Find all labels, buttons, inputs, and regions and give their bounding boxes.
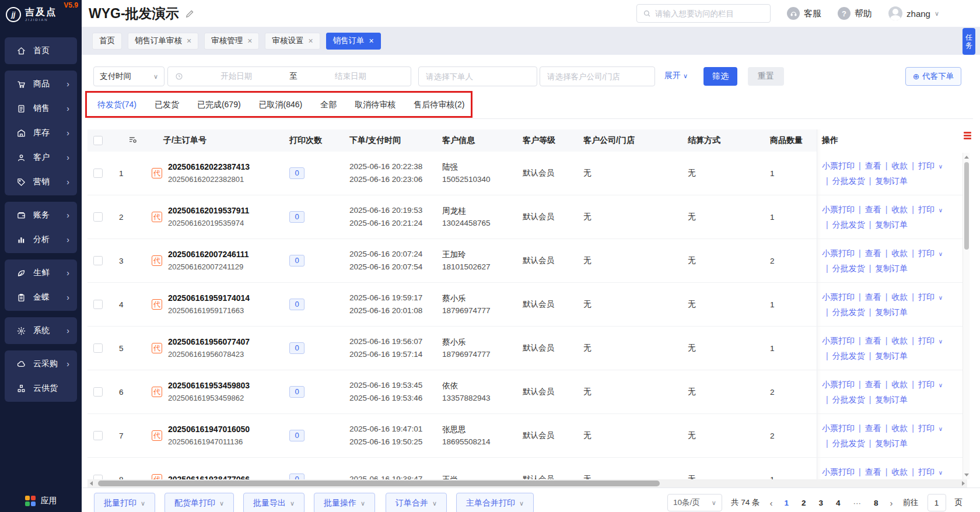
action-打印[interactable]: 打印 ∨ [918,202,943,218]
action-收款[interactable]: 收款 [891,334,908,348]
vertical-scroll-thumb[interactable] [964,162,969,250]
action-打印[interactable]: 打印 ∨ [918,465,943,480]
date-range-picker[interactable]: 开始日期 至 结束日期 [167,66,411,86]
action-查看[interactable]: 查看 [865,202,881,217]
print-count[interactable]: 0 [289,299,304,310]
status-tab-cancel-pending-audit[interactable]: 取消待审核 [354,100,397,118]
page-number-8[interactable]: 8 [872,499,880,507]
print-count[interactable]: 0 [289,342,304,354]
action-分批发货[interactable]: 分批发货 [832,436,865,451]
action-小票打印[interactable]: 小票打印 [822,465,855,479]
scroll-right-arrow[interactable] [962,481,965,486]
row-checkbox[interactable] [93,387,103,397]
apps-entry[interactable]: 应用 [0,496,82,506]
row-checkbox[interactable] [93,300,103,309]
action-分批发货[interactable]: 分批发货 [832,261,865,276]
user-menu[interactable]: zhang ∨ [888,6,939,20]
print-count[interactable]: 0 [289,430,304,441]
page-size-select[interactable]: 10条/页 ∨ [667,494,722,511]
action-打印[interactable]: 打印 ∨ [918,246,943,261]
time-type-select[interactable]: 支付时间 ∨ [93,66,164,86]
print-count[interactable]: 0 [289,255,304,266]
close-icon[interactable]: × [308,36,313,45]
next-page-arrow[interactable]: › [889,498,894,508]
row-checkbox[interactable] [93,431,103,440]
action-收款[interactable]: 收款 [891,202,908,217]
page-number-4[interactable]: 4 [834,499,842,507]
batch-export-button[interactable]: 批量导出∨ [243,493,304,512]
reset-button[interactable]: 重置 [748,67,784,86]
action-收款[interactable]: 收款 [891,377,908,392]
action-查看[interactable]: 查看 [865,465,881,479]
row-checkbox[interactable] [93,343,103,353]
print-count[interactable]: 0 [289,211,304,223]
help-button[interactable]: ? 帮助 [838,7,872,20]
action-收款[interactable]: 收款 [891,290,908,304]
sidebar-item-sales[interactable]: 销售› [5,96,77,121]
row-checkbox[interactable] [93,256,103,265]
select-all-checkbox[interactable] [93,136,103,145]
batch-operation-button[interactable]: 批量操作∨ [314,493,375,512]
vertical-scrollbar[interactable] [963,153,970,479]
scroll-up-arrow[interactable] [964,156,969,159]
action-复制订单[interactable]: 复制订单 [875,349,908,363]
action-打印[interactable]: 打印 ∨ [918,290,943,305]
action-小票打印[interactable]: 小票打印 [822,377,855,392]
row-checkbox[interactable] [93,212,103,222]
sidebar-item-marketing[interactable]: 营销› [5,170,77,194]
action-复制订单[interactable]: 复制订单 [875,261,908,276]
action-打印[interactable]: 打印 ∨ [918,159,943,174]
sidebar-item-customer[interactable]: 客户› [5,145,77,170]
scroll-down-arrow[interactable] [964,474,969,476]
search-input[interactable] [655,9,764,18]
batch-print-button[interactable]: 批量打印∨ [94,493,155,512]
task-side-tag[interactable]: 任务 [963,28,975,55]
action-收款[interactable]: 收款 [891,246,908,261]
action-查看[interactable]: 查看 [865,246,881,261]
action-分批发货[interactable]: 分批发货 [832,392,865,407]
order-merge-button[interactable]: 订单合并∨ [386,493,447,512]
action-分批发货[interactable]: 分批发货 [832,349,865,363]
close-icon[interactable]: × [247,36,252,45]
action-复制订单[interactable]: 复制订单 [875,305,908,320]
sidebar-item-inventory[interactable]: 库存› [5,121,77,145]
action-查看[interactable]: 查看 [865,290,881,304]
sidebar-item-cloud-purchase[interactable]: 云采购› [5,352,77,376]
prev-page-arrow[interactable]: ‹ [768,498,774,508]
close-icon[interactable]: × [187,36,191,45]
sidebar-item-finance[interactable]: 账务› [5,203,77,227]
sidebar-item-home[interactable]: 首页 [5,38,77,63]
goto-page-input[interactable] [928,494,946,511]
global-search[interactable] [636,4,771,23]
sidebar-item-goods[interactable]: 商品› [5,72,77,96]
scroll-left-arrow[interactable] [90,481,93,486]
proxy-order-button[interactable]: ⊕ 代客下单 [905,67,961,86]
action-收款[interactable]: 收款 [891,159,908,173]
tab-home[interactable]: 首页 [92,33,122,50]
filter-button[interactable]: 筛选 [704,67,737,86]
sidebar-item-fresh[interactable]: 生鲜› [5,261,77,285]
sidebar-item-system[interactable]: 系统› [5,318,77,343]
action-复制订单[interactable]: 复制订单 [875,436,908,451]
status-tab-completed[interactable]: 已完成(679) [196,100,242,118]
action-打印[interactable]: 打印 ∨ [918,377,943,392]
horizontal-scrollbar[interactable] [88,479,967,488]
action-小票打印[interactable]: 小票打印 [822,159,855,173]
print-count[interactable]: 0 [289,167,304,179]
print-count[interactable]: 0 [289,474,304,479]
status-tab-cancelled[interactable]: 已取消(846) [258,100,304,118]
main-order-merge-print-button[interactable]: 主单合并打印∨ [456,493,534,512]
action-小票打印[interactable]: 小票打印 [822,290,855,304]
customer-service-button[interactable]: 客服 [787,7,821,20]
action-打印[interactable]: 打印 ∨ [918,421,943,436]
close-icon[interactable]: × [369,36,374,45]
action-复制订单[interactable]: 复制订单 [875,174,908,188]
action-查看[interactable]: 查看 [865,377,881,392]
action-收款[interactable]: 收款 [891,421,908,436]
action-小票打印[interactable]: 小票打印 [822,246,855,261]
row-checkbox[interactable] [93,475,103,479]
tab-audit-settings[interactable]: 审核设置× [265,33,320,50]
action-复制订单[interactable]: 复制订单 [875,218,908,232]
sidebar-item-cloud-supply[interactable]: 云供货 [5,376,77,401]
tab-audit-management[interactable]: 审核管理× [204,33,259,50]
